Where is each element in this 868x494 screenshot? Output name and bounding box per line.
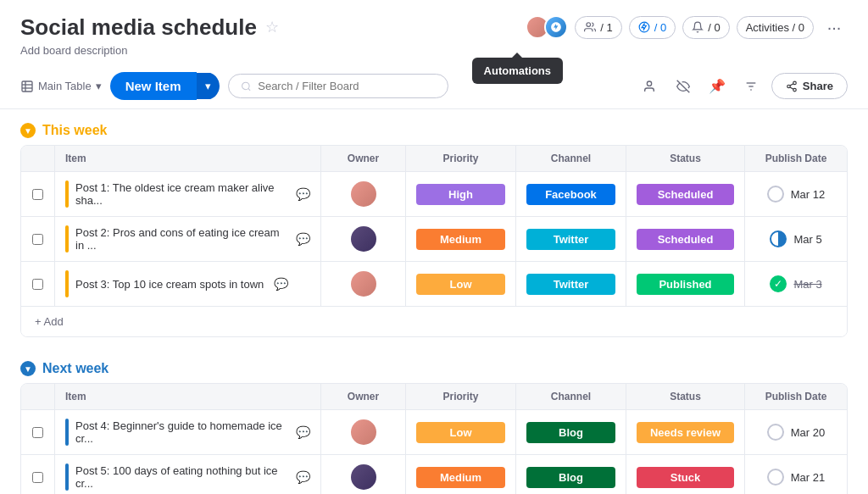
status-icon-half [770,230,787,247]
td-status[interactable]: Needs review [626,410,745,454]
td-checkbox[interactable] [21,217,55,261]
search-input[interactable] [258,80,435,92]
comment-icon[interactable]: 💬 [296,425,310,439]
td-channel[interactable]: Twitter [516,262,626,306]
new-item-caret[interactable]: ▾ [197,73,220,99]
td-channel[interactable]: Facebook [516,172,626,216]
eye-hide-icon[interactable] [670,73,697,100]
row-color-indicator [65,270,69,297]
this-week-table: Item Owner Priority Channel Status Publi… [20,145,848,337]
td-priority[interactable]: High [406,172,516,216]
share-button[interactable]: Share [771,73,848,99]
owner-avatar [351,419,376,445]
row-checkbox[interactable] [32,279,43,290]
title-area: Social media schedule ☆ [20,14,279,41]
td-channel[interactable]: Blog [516,455,626,494]
priority-badge: Medium [416,229,505,250]
row-checkbox[interactable] [32,427,43,438]
td-status[interactable]: Stuck [626,455,745,494]
board-title: Social media schedule [20,14,257,41]
item-text: Post 5: 100 days of eating nothing but i… [75,464,286,490]
row-color-indicator [65,180,69,208]
td-checkbox[interactable] [21,172,55,216]
toolbar: Main Table ▾ New Item ▾ 📌 Sha [20,64,848,108]
more-options-button[interactable]: ··· [821,14,848,41]
comment-icon[interactable]: 💬 [296,187,310,201]
status-icon-empty [767,424,784,441]
next-week-table-header: Item Owner Priority Channel Status Publi… [21,384,847,410]
new-item-button[interactable]: New Item ▾ [110,72,220,100]
comment-icon[interactable]: 💬 [296,470,310,484]
td-status[interactable]: Published [626,262,745,306]
td-channel[interactable]: Blog [516,410,626,454]
td-channel[interactable]: Twitter [516,217,626,261]
td-checkbox[interactable] [21,455,55,494]
activities-button[interactable]: Activities / 0 [737,16,814,39]
add-row-button[interactable]: + Add [21,307,847,336]
header-actions: / 1 / 0 / 0 Activities / 0 ··· [526,14,848,41]
th-priority: Priority [406,146,516,171]
td-item: Post 5: 100 days of eating nothing but i… [55,455,321,494]
td-priority[interactable]: Medium [406,217,516,261]
svg-line-15 [790,83,793,85]
row-checkbox[interactable] [32,234,43,245]
svg-point-12 [787,85,791,88]
td-status[interactable]: Scheduled [626,217,745,261]
td-priority[interactable]: Low [406,410,516,454]
next-week-toggle[interactable]: ▼ [20,361,36,376]
table-row: Post 2: Pros and cons of eating ice crea… [21,217,847,262]
td-checkbox[interactable] [21,410,55,454]
comment-icon[interactable]: 💬 [274,277,288,291]
filter-icon[interactable] [737,73,765,100]
th-publish-date: Publish Date [745,146,847,171]
th-checkbox [21,146,55,171]
comment-icon[interactable]: 💬 [296,232,310,246]
person-filter-icon[interactable] [636,73,663,100]
td-item: Post 4: Beginner's guide to homemade ice… [55,410,321,454]
td-owner [321,217,406,261]
next-week-table: Item Owner Priority Channel Status Publi… [20,383,848,494]
row-checkbox[interactable] [32,472,43,483]
search-icon [241,80,252,92]
automations-button[interactable]: / 0 [629,16,676,39]
publish-date: Mar 20 [791,426,825,439]
row-checkbox[interactable] [32,189,43,200]
share-icon [786,80,798,92]
publish-date: Mar 5 [793,233,821,246]
search-box [228,74,448,98]
td-priority[interactable]: Low [406,262,516,306]
td-publish-date: ✓ Mar 3 [745,262,847,306]
notifications-button[interactable]: / 0 [682,16,729,39]
owner-avatar [351,464,376,490]
row-color-indicator [65,225,69,253]
pin-icon[interactable]: 📌 [704,73,731,100]
share-label: Share [803,80,833,92]
owner-avatar [351,181,376,207]
td-priority[interactable]: Medium [406,455,516,494]
status-badge: Scheduled [637,184,734,205]
this-week-toggle[interactable]: ▼ [20,123,36,138]
header: Social media schedule ☆ / 1 / 0 / 0 [0,0,868,109]
channel-badge: Blog [526,422,615,443]
td-checkbox[interactable] [21,262,55,306]
svg-line-14 [790,86,793,88]
invite-button[interactable]: / 1 [575,16,621,39]
main-table-label: Main Table [38,80,92,92]
status-badge: Scheduled [637,229,734,250]
new-item-main[interactable]: New Item [110,72,197,100]
this-week-section: ▼ This week Item Owner Priority Channel … [20,123,848,337]
td-owner [321,410,406,454]
star-icon[interactable]: ☆ [265,18,279,36]
td-publish-date: Mar 21 [745,455,847,494]
td-owner [321,172,406,216]
td-status[interactable]: Scheduled [626,172,745,216]
table-row: Post 3: Top 10 ice cream spots in town 💬… [21,262,847,307]
toolbar-right: 📌 Share [636,73,848,100]
main-table-toggle[interactable]: Main Table ▾ [20,80,102,93]
td-publish-date: Mar 5 [745,217,847,261]
th-publish-date: Publish Date [745,384,847,409]
td-owner [321,262,406,306]
count-1: / 0 [708,21,720,34]
this-week-header: ▼ This week [20,123,848,138]
item-text: Post 4: Beginner's guide to homemade ice… [75,419,286,445]
